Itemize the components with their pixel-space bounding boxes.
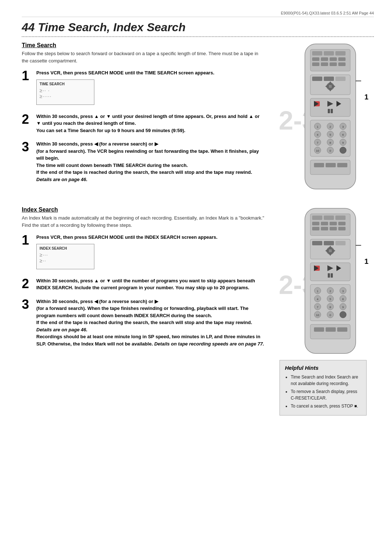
- svg-rect-73: [324, 241, 334, 245]
- svg-rect-72: [312, 241, 322, 245]
- remote-svg-bottom: 1 2 3 4 5 6 7 8 9 10 0: [294, 206, 367, 359]
- step-2-number: 2: [22, 113, 32, 126]
- label-1-bottom: 1: [364, 257, 368, 266]
- svg-rect-44: [326, 163, 336, 167]
- step-3-content: Within 30 seconds, press ◀ (for a revers…: [36, 140, 265, 184]
- svg-text:9: 9: [342, 141, 344, 144]
- svg-rect-85: [328, 273, 330, 278]
- svg-rect-69: [330, 227, 337, 230]
- step-3-number: 3: [22, 140, 32, 154]
- svg-rect-27: [328, 109, 330, 113]
- page-container: E9000(P01-54).QX33.latest 03.6.5 2:51 AM…: [0, 0, 392, 536]
- svg-text:2: 2: [330, 125, 331, 128]
- svg-text:8: 8: [330, 141, 331, 144]
- remote-wrapper-bottom: 2-3 1: [276, 206, 370, 360]
- svg-text:10: 10: [316, 149, 319, 152]
- screen-label: TIME SEARCH: [40, 82, 91, 86]
- svg-rect-6: [321, 57, 328, 61]
- time-search-left: Time Search Follow the steps below to se…: [22, 42, 265, 196]
- index-search-step-2: 2 Within 30 seconds, press ▲ or ▼ until …: [22, 277, 265, 293]
- svg-rect-10: [321, 62, 328, 66]
- index-step-2-title: Within 30 seconds, press ▲ or ▼ until th…: [36, 277, 265, 291]
- time-search-heading: Time Search: [22, 42, 265, 49]
- dotted-divider: [22, 36, 374, 37]
- svg-text:6: 6: [342, 298, 344, 301]
- screen-dots: ≥·· ·≥·····: [40, 87, 91, 99]
- svg-text:1: 1: [317, 125, 319, 128]
- svg-rect-80: [310, 263, 350, 281]
- index-step-3-number: 3: [22, 298, 32, 311]
- svg-rect-16: [335, 77, 346, 81]
- index-search-step-3: 3 Within 30 seconds, press ◀ (for a reve…: [22, 298, 265, 349]
- index-search-step-1: 1 Press VCR, then press SEARCH MODE unti…: [22, 234, 265, 272]
- svg-text:2: 2: [330, 290, 331, 293]
- svg-rect-66: [338, 222, 346, 225]
- index-step-3-title: Within 30 seconds, press ◀ (for a revers…: [36, 298, 265, 348]
- index-step-2-number: 2: [22, 277, 32, 290]
- time-search-section: Time Search Follow the steps below to se…: [22, 42, 374, 196]
- svg-rect-103: [337, 327, 347, 332]
- index-search-right: 2-3 1: [272, 206, 374, 416]
- svg-rect-61: [324, 216, 334, 220]
- svg-rect-70: [338, 227, 346, 230]
- helpful-hint-item-3: To cancel a search, press STOP ■.: [291, 403, 361, 409]
- svg-rect-7: [330, 57, 337, 61]
- index-step-1-title: Press VCR, then press SEARCH MODE until …: [36, 234, 265, 241]
- svg-text:6: 6: [342, 133, 344, 136]
- svg-point-41: [340, 147, 346, 154]
- svg-rect-86: [331, 273, 333, 278]
- svg-rect-5: [312, 57, 319, 61]
- svg-text:7: 7: [317, 141, 319, 144]
- time-search-step-3: 3 Within 30 seconds, press ◀ (for a reve…: [22, 140, 265, 184]
- svg-rect-63: [312, 222, 319, 225]
- index-step-2-content: Within 30 seconds, press ▲ or ▼ until th…: [36, 277, 265, 293]
- svg-rect-15: [324, 77, 334, 81]
- remote-wrapper-top: 2-3 1: [276, 42, 370, 196]
- time-search-step-2: 2 Within 30 seconds, press ▲ or ▼ until …: [22, 113, 265, 136]
- label-1-top: 1: [364, 93, 368, 101]
- helpful-hints-list: Time Search and Index Search are not ava…: [285, 374, 361, 409]
- svg-text:3: 3: [342, 125, 344, 128]
- index-search-screen: INDEX SEARCH ≥···≥··: [36, 244, 94, 269]
- helpful-hint-item-1: Time Search and Index Search are not ava…: [291, 374, 361, 387]
- step-2-content: Within 30 seconds, press ▲ or ▼ until yo…: [36, 113, 265, 136]
- time-search-right: 2-3 1: [272, 42, 374, 196]
- svg-rect-65: [330, 222, 337, 225]
- helpful-hint-item-2: To remove a Search display, press C-RESE…: [291, 388, 361, 401]
- svg-rect-4: [335, 51, 346, 56]
- time-search-screen: TIME SEARCH ≥·· ·≥·····: [36, 79, 94, 105]
- index-search-section: Index Search An Index Mark is made autom…: [22, 206, 374, 416]
- svg-rect-62: [335, 216, 346, 220]
- svg-point-99: [340, 311, 346, 318]
- index-step-1-content: Press VCR, then press SEARCH MODE until …: [36, 234, 265, 272]
- svg-rect-101: [314, 327, 324, 332]
- main-title: 44 Time Search, Index Search: [22, 21, 374, 34]
- svg-text:8: 8: [330, 306, 331, 309]
- svg-rect-9: [312, 62, 319, 66]
- index-step-3-content: Within 30 seconds, press ◀ (for a revers…: [36, 298, 265, 349]
- svg-rect-22: [310, 98, 350, 116]
- index-screen-dots: ≥···≥··: [40, 252, 91, 263]
- svg-text:5: 5: [330, 298, 331, 301]
- step-1-content: Press VCR, then press SEARCH MODE until …: [36, 69, 265, 108]
- svg-text:3: 3: [342, 290, 344, 293]
- helpful-hints-box: Helpful Hints Time Search and Index Sear…: [279, 360, 367, 416]
- step-3-title: Within 30 seconds, press ◀ (for a revers…: [36, 140, 265, 183]
- svg-rect-64: [321, 222, 328, 225]
- index-search-left: Index Search An Index Mark is made autom…: [22, 206, 265, 416]
- index-step-1-number: 1: [22, 234, 32, 247]
- svg-rect-28: [331, 109, 333, 113]
- index-search-intro: An Index Mark is made automatically at t…: [22, 214, 265, 229]
- svg-rect-68: [321, 227, 328, 230]
- svg-rect-102: [326, 327, 336, 332]
- svg-text:4: 4: [317, 133, 319, 136]
- helpful-hints-title: Helpful Hints: [285, 365, 361, 371]
- time-search-intro: Follow the steps below to search forward…: [22, 50, 265, 64]
- step-1-number: 1: [22, 69, 32, 82]
- page-header-bar: E9000(P01-54).QX33.latest 03.6.5 2:51 AM…: [22, 11, 374, 17]
- svg-rect-45: [337, 163, 347, 167]
- svg-text:5: 5: [330, 133, 331, 136]
- header-text: E9000(P01-54).QX33.latest 03.6.5 2:51 AM…: [281, 11, 374, 15]
- index-screen-label: INDEX SEARCH: [40, 246, 91, 250]
- step-1-title: Press VCR, then press SEARCH MODE until …: [36, 69, 265, 77]
